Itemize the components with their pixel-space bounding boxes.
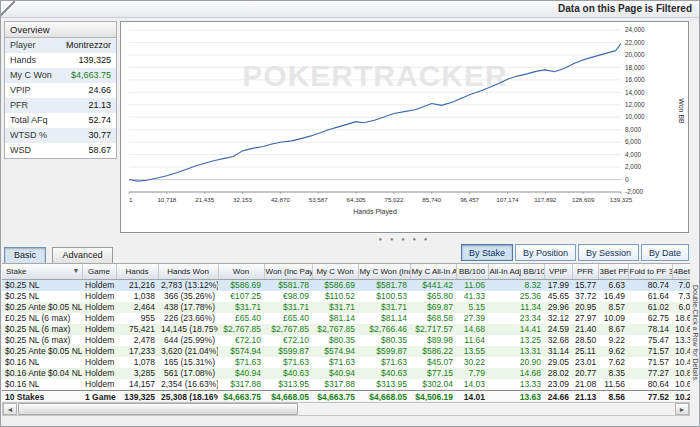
table-cell: 7.62 [598, 357, 628, 368]
table-cell: 31.14 [544, 346, 572, 357]
overview-row: Hands139,325 [5, 53, 116, 68]
by-date-button[interactable]: By Date [641, 244, 689, 261]
table-cell: 21,216 [116, 279, 158, 291]
table-row[interactable]: $0.25 NL (6 max)Holdem75,42114,145 (18.7… [2, 324, 690, 335]
table-cell: $0.16 NL [2, 357, 82, 368]
table-cell: $4,506.19 [410, 390, 456, 401]
column-header-pfr[interactable]: PFR [572, 264, 598, 279]
by-position-button[interactable]: By Position [515, 244, 576, 261]
table-cell: $71.63 [264, 357, 312, 368]
svg-text:128,609: 128,609 [572, 196, 595, 203]
column-header-4bet-pf[interactable]: 4Bet+ PF [672, 264, 690, 279]
table-cell: 15.77 [572, 279, 598, 291]
table-cell: 23.34 [488, 313, 544, 324]
table-cell: $581.78 [358, 279, 410, 291]
table-cell: 561 (17.08%) [158, 368, 218, 379]
table-cell: $599.87 [264, 346, 312, 357]
table-cell: Holdem [82, 324, 116, 335]
table-cell: 75,421 [116, 324, 158, 335]
table-cell: $89.98 [410, 335, 456, 346]
table-cell: 2,354 (16.63%) [158, 379, 218, 391]
table-cell: £65.40 [218, 313, 264, 324]
column-header-my-c-won[interactable]: My C Won [312, 264, 358, 279]
table-cell: 75.47 [628, 335, 672, 346]
table-row[interactable]: $0.16 NLHoldem1,078165 (15.31%)$71.63$71… [2, 357, 690, 368]
column-header-vpip[interactable]: VPIP [544, 264, 572, 279]
table-row[interactable]: £0.25 NL (6 max)Holdem955226 (23.66%)£65… [2, 313, 690, 324]
table-cell: 62.75 [628, 313, 672, 324]
pokertracker-window: Data on this Page is Filtered Overview P… [0, 0, 700, 427]
table-row[interactable]: $0.25 Ante $0.05 NLHoldem17,2333,620 (21… [2, 346, 690, 357]
overview-stat-value: 52.74 [88, 113, 116, 128]
table-cell: Holdem [82, 291, 116, 302]
svg-text:42,870: 42,870 [271, 196, 290, 203]
column-header-all-in-adj-bb-100[interactable]: All-In Adj BB/100 [488, 264, 544, 279]
table-row[interactable]: $0.16 Ante $0.04 NLHoldem3,285561 (17.08… [2, 368, 690, 379]
double-click-hint: Double-Click a Row for Details [692, 285, 699, 380]
scroll-left-icon[interactable]: ◄ [3, 403, 17, 415]
table-cell: $2,767.85 [218, 324, 264, 335]
svg-text:6,000: 6,000 [625, 138, 641, 145]
svg-text:14,000: 14,000 [625, 89, 645, 96]
column-header-hands[interactable]: Hands [116, 264, 158, 279]
table-cell: $31.71 [264, 302, 312, 313]
filter-status: Data on this Page is Filtered [558, 3, 692, 14]
overview-stat-value: 139,325 [78, 53, 116, 68]
advanced-tab-button[interactable]: Advanced [52, 247, 112, 264]
scrollbar-thumb[interactable] [18, 403, 298, 415]
totals-row[interactable]: 10 Stakes1 Game139,32525,308 (18.16%)$4,… [2, 390, 690, 401]
table-cell: $4,663.75 [312, 390, 358, 401]
horizontal-scrollbar[interactable]: ◄ ► [2, 402, 690, 416]
column-header-hands-won[interactable]: Hands Won [158, 264, 218, 279]
table-cell: 8.56 [598, 390, 628, 401]
table-row[interactable]: $0.16 NLHoldem14,1572,354 (16.63%)$317.8… [2, 379, 690, 391]
table-cell: $2,767.85 [312, 324, 358, 335]
overview-row: PFR21.13 [5, 98, 116, 113]
table-cell: $40.94 [312, 368, 358, 379]
svg-text:2,000: 2,000 [625, 163, 641, 170]
column-header-fold-to-pf-3bet[interactable]: Fold to PF 3Bet [628, 264, 672, 279]
table-cell: 8.32 [488, 279, 544, 291]
svg-text:96,457: 96,457 [460, 196, 479, 203]
table-row[interactable]: $0.25 NLHoldem21,2162,783 (13.12%)$586.6… [2, 279, 690, 291]
side-hint-strip: Double-Click a Row for Details [690, 263, 700, 401]
column-header-won[interactable]: Won [218, 264, 264, 279]
table-cell: 10.25 [672, 390, 690, 401]
overview-stat-label: WTSD % [5, 128, 47, 143]
table-cell: $0.25 Ante $0.05 NL [2, 346, 82, 357]
chart-canvas: POKERTRACKER Hands Played Won BB 24,0002… [121, 22, 688, 232]
column-header-my-c-won-inc-payouts-[interactable]: My C Won (Inc Payouts) [358, 264, 410, 279]
table-row[interactable]: $0.25 NLHoldem1,038366 (35.26%)€107.25€9… [2, 291, 690, 302]
column-header-bb-100[interactable]: BB/100 [456, 264, 488, 279]
column-header-stake[interactable]: Stake▼ [2, 264, 82, 279]
column-header-3bet-pf[interactable]: 3Bet PF [598, 264, 628, 279]
table-row[interactable]: $0.25 NL (6 max)Holdem2,478644 (25.99%)€… [2, 335, 690, 346]
column-header-won-inc-payouts-[interactable]: Won (Inc Payouts) [264, 264, 312, 279]
by-stake-button[interactable]: By Stake [461, 244, 513, 261]
table-cell: Holdem [82, 335, 116, 346]
table-cell: $80.35 [358, 335, 410, 346]
overview-stat-value: 24.66 [88, 83, 116, 98]
table-cell: 17.99 [544, 279, 572, 291]
by-session-button[interactable]: By Session [578, 244, 639, 261]
overview-row: Total AFq52.74 [5, 113, 116, 128]
scroll-right-icon[interactable]: ► [675, 403, 689, 415]
corner-grip-icon [1, 1, 15, 16]
splitter-handle[interactable]: ● ● ● ● ● [120, 235, 689, 243]
column-header-my-c-all-in-adj[interactable]: My C All-In Adj [410, 264, 456, 279]
basic-tab-button[interactable]: Basic [4, 247, 46, 264]
table-cell: 32.12 [544, 313, 572, 324]
report-toolbar: Basic Advanced By StakeBy PositionBy Ses… [4, 244, 698, 262]
table-cell: $100.53 [358, 291, 410, 302]
winnings-chart: POKERTRACKER Hands Played Won BB 24,0002… [120, 21, 689, 233]
table-cell: $313.95 [264, 379, 312, 391]
column-header-game[interactable]: Game [82, 264, 116, 279]
svg-text:8,000: 8,000 [625, 126, 641, 133]
svg-text:64,305: 64,305 [347, 196, 366, 203]
table-row[interactable]: $0.25 Ante $0.05 NLHoldem2,464438 (17.78… [2, 302, 690, 313]
table-cell: 6.06 [672, 302, 690, 313]
table-cell: 14.68 [488, 368, 544, 379]
table-cell: 61.02 [628, 302, 672, 313]
overview-stat-label: My C Won [5, 68, 52, 83]
table-cell: 23.01 [572, 357, 598, 368]
